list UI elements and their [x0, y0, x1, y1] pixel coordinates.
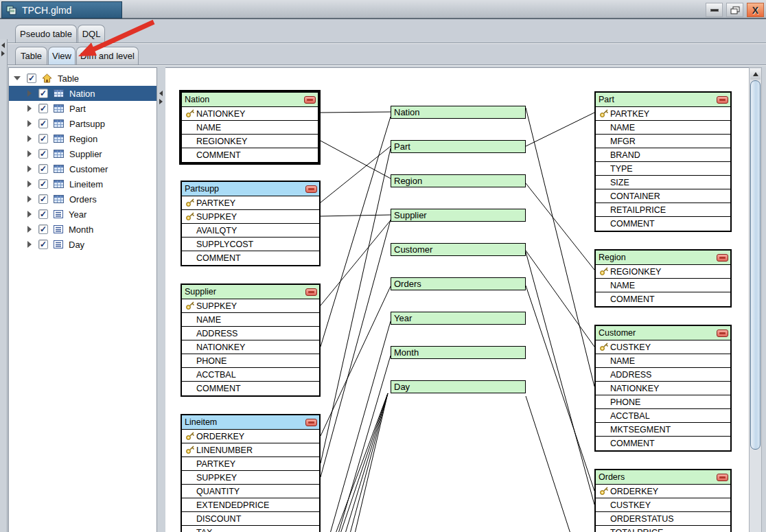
view-node-part[interactable]: Part — [391, 140, 526, 153]
tree-item-customer[interactable]: ✓Customer — [9, 161, 156, 176]
collapse-entity-button[interactable] — [717, 329, 728, 337]
scroll-up-button[interactable] — [750, 69, 761, 80]
view-node-year[interactable]: Year — [391, 312, 526, 325]
vertical-scrollbar[interactable] — [749, 67, 762, 532]
entity-header[interactable]: Supplier — [182, 285, 319, 299]
entity-partsupp[interactable]: PartsuppPARTKEYSUPPKEYAVAILQTYSUPPLYCOST… — [181, 181, 321, 266]
field-name[interactable]: NAME — [596, 121, 730, 135]
collapse-entity-button[interactable] — [305, 419, 317, 426]
left-collapse-strip[interactable] — [0, 39, 8, 532]
field-name[interactable]: NAME — [182, 313, 319, 327]
tree-item-supplier[interactable]: ✓Supplier — [9, 146, 156, 161]
entity-header[interactable]: Customer — [596, 326, 730, 340]
entity-lineitem[interactable]: LineitemORDERKEYLINENUMBERPARTKEYSUPPKEY… — [181, 414, 321, 532]
checkbox[interactable]: ✓ — [38, 194, 48, 204]
collapse-entity-button[interactable] — [305, 288, 317, 296]
collapse-entity-button[interactable] — [717, 96, 728, 104]
field-partkey[interactable]: PARTKEY — [182, 457, 319, 471]
field-comment[interactable]: COMMENT — [596, 437, 730, 450]
field-regionkey[interactable]: REGIONKEY — [596, 265, 730, 279]
collapse-entity-button[interactable] — [305, 185, 317, 193]
field-acctbal[interactable]: ACCTBAL — [182, 368, 319, 382]
entity-orders[interactable]: OrdersORDERKEYCUSTKEYORDERSTATUSTOTALPRI… — [594, 469, 732, 532]
collapse-entity-button[interactable] — [304, 96, 316, 104]
collapse-left-icon[interactable] — [1, 43, 5, 48]
expand-arrow-icon[interactable] — [27, 90, 32, 97]
field-custkey[interactable]: CUSTKEY — [596, 498, 730, 512]
tree-item-orders[interactable]: ✓Orders — [9, 192, 156, 207]
field-orderkey[interactable]: ORDERKEY — [596, 485, 730, 498]
view-node-customer[interactable]: Customer — [391, 243, 526, 256]
entity-region[interactable]: RegionREGIONKEYNAMECOMMENT — [594, 249, 732, 308]
field-partkey[interactable]: PARTKEY — [182, 196, 319, 210]
field-comment[interactable]: COMMENT — [596, 292, 730, 306]
checkbox[interactable]: ✓ — [38, 104, 48, 113]
document-tab[interactable]: TPCH.glmd — [1, 1, 122, 19]
checkbox[interactable]: ✓ — [38, 224, 48, 234]
field-comment[interactable]: COMMENT — [182, 382, 319, 395]
tree-diagram-splitter[interactable] — [157, 67, 165, 532]
tree-item-partsupp[interactable]: ✓Partsupp — [9, 116, 156, 131]
field-custkey[interactable]: CUSTKEY — [596, 340, 730, 354]
field-extendedprice[interactable]: EXTENDEDPRICE — [182, 498, 319, 512]
tab-dql[interactable]: DQL — [78, 25, 105, 43]
view-node-day[interactable]: Day — [391, 380, 526, 393]
field-mfgr[interactable]: MFGR — [596, 135, 730, 148]
collapse-entity-button[interactable] — [717, 474, 728, 481]
field-suppkey[interactable]: SUPPKEY — [182, 210, 319, 224]
collapse-arrow-icon[interactable] — [14, 76, 21, 80]
field-size[interactable]: SIZE — [596, 176, 730, 189]
tree-item-nation[interactable]: ✓Nation — [9, 86, 156, 101]
field-suppkey[interactable]: SUPPKEY — [182, 299, 319, 313]
checkbox[interactable]: ✓ — [27, 73, 36, 83]
field-tax[interactable]: TAX — [182, 526, 319, 532]
field-container[interactable]: CONTAINER — [596, 189, 730, 203]
field-name[interactable]: NAME — [596, 354, 730, 368]
expand-arrow-icon[interactable] — [27, 241, 32, 248]
checkbox[interactable]: ✓ — [38, 209, 48, 219]
scrollbar-thumb[interactable] — [750, 80, 761, 450]
checkbox[interactable]: ✓ — [38, 179, 48, 189]
field-comment[interactable]: COMMENT — [182, 148, 318, 162]
field-orderkey[interactable]: ORDERKEY — [182, 430, 319, 443]
tree-item-day[interactable]: ✓Day — [9, 237, 156, 252]
field-address[interactable]: ADDRESS — [182, 327, 319, 340]
entity-header[interactable]: Part — [596, 93, 730, 107]
model-diagram-canvas[interactable]: NationNATIONKEYNAMEREGIONKEYCOMMENTParts… — [165, 67, 749, 532]
field-brand[interactable]: BRAND — [596, 148, 730, 162]
view-node-orders[interactable]: Orders — [391, 277, 526, 290]
tab-view[interactable]: View — [48, 47, 76, 65]
field-orderstatus[interactable]: ORDERSTATUS — [596, 512, 730, 526]
entity-nation[interactable]: NationNATIONKEYNAMEREGIONKEYCOMMENT — [179, 90, 321, 165]
field-name[interactable]: NAME — [182, 121, 318, 135]
field-partkey[interactable]: PARTKEY — [596, 107, 730, 121]
collapse-left-icon[interactable] — [159, 91, 163, 96]
field-availqty[interactable]: AVAILQTY — [182, 224, 319, 238]
field-comment[interactable]: COMMENT — [182, 251, 319, 265]
collapse-entity-button[interactable] — [717, 254, 728, 262]
field-suppkey[interactable]: SUPPKEY — [182, 471, 319, 485]
field-nationkey[interactable]: NATIONKEY — [596, 382, 730, 395]
field-address[interactable]: ADDRESS — [596, 368, 730, 382]
expand-arrow-icon[interactable] — [27, 165, 32, 172]
field-name[interactable]: NAME — [596, 279, 730, 292]
tree-item-lineitem[interactable]: ✓Lineitem — [9, 176, 156, 192]
view-node-nation[interactable]: Nation — [391, 106, 526, 119]
checkbox[interactable]: ✓ — [38, 119, 48, 128]
field-mktsegment[interactable]: MKTSEGMENT — [596, 423, 730, 437]
entity-header[interactable]: Lineitem — [182, 415, 319, 430]
view-node-supplier[interactable]: Supplier — [391, 209, 526, 222]
tab-table[interactable]: Table — [15, 47, 47, 65]
checkbox[interactable]: ✓ — [38, 164, 48, 174]
checkbox[interactable]: ✓ — [38, 134, 48, 143]
expand-arrow-icon[interactable] — [27, 196, 32, 203]
tree-item-year[interactable]: ✓Year — [9, 207, 156, 222]
field-quantity[interactable]: QUANTITY — [182, 485, 319, 498]
field-comment[interactable]: COMMENT — [596, 217, 730, 231]
entity-header[interactable]: Partsupp — [182, 182, 319, 196]
field-totalprice[interactable]: TOTALPRICE — [596, 526, 730, 532]
close-button[interactable]: X — [747, 3, 764, 17]
tree-root-table[interactable]: ✓ Table — [9, 71, 156, 86]
expand-right-icon[interactable] — [159, 99, 163, 104]
view-node-month[interactable]: Month — [391, 346, 526, 359]
